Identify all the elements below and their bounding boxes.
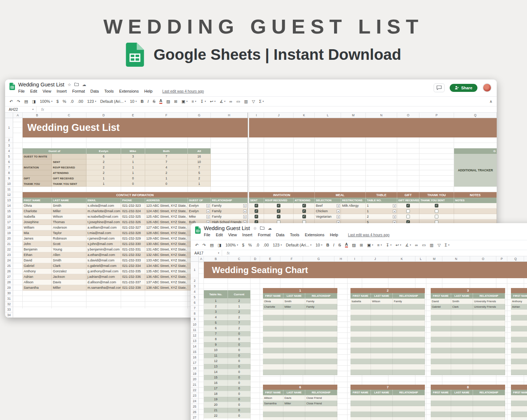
dropdown-arrow-icon[interactable]: ▾ [206, 204, 210, 207]
seat-first-name[interactable] [350, 353, 371, 359]
seat-relationship[interactable] [393, 348, 425, 353]
seat-relationship[interactable] [473, 370, 505, 375]
seat-relationship[interactable] [473, 348, 505, 353]
row-header-14[interactable]: 14 [5, 203, 13, 209]
seat-last-name[interactable]: Smith [283, 299, 305, 304]
seat-last-name[interactable] [451, 315, 473, 320]
row-header-3[interactable]: 3 [191, 284, 198, 289]
seat-relationship[interactable]: University Friends [473, 304, 505, 310]
cell-notes[interactable] [454, 214, 497, 219]
seat-relationship[interactable] [305, 331, 337, 337]
toolbar-text-rotation[interactable]: ∡▾ [405, 243, 411, 248]
cell-email[interactable]: s.david@mail.com [86, 258, 121, 263]
toolbar-font-size[interactable]: 10▾ [130, 99, 137, 104]
summary-header-mike[interactable]: Mike [121, 148, 145, 154]
cell-first-name[interactable]: Allison [23, 280, 52, 285]
seat-last-name[interactable] [371, 310, 393, 315]
column-header-G[interactable]: G [303, 256, 334, 261]
seat-first-name[interactable] [350, 417, 371, 420]
seat-last-name[interactable] [451, 406, 473, 412]
cell-current-count[interactable]: 0 [228, 397, 251, 402]
cell-table-no[interactable]: 6 [204, 326, 228, 331]
seat-first-name[interactable] [431, 337, 451, 342]
checkbox-attending[interactable]: ✓ [294, 203, 315, 209]
cell-last-name[interactable]: Miller [52, 209, 86, 214]
document-title[interactable]: Wedding Guest List [204, 225, 250, 231]
toolbar-collapse-icon[interactable]: ∧ [489, 99, 492, 104]
column-header-D[interactable]: D [86, 113, 121, 118]
column-header-J[interactable]: J [264, 113, 294, 118]
seat-first-name[interactable] [431, 348, 451, 353]
cell-table-no[interactable]: 13 [204, 364, 228, 369]
row-header-17[interactable]: 17 [191, 360, 198, 366]
seat-last-name[interactable] [371, 401, 393, 406]
cell-table-no[interactable]: 15 [204, 375, 228, 380]
cell-first-name[interactable]: Anthony [23, 269, 52, 274]
column-header-B[interactable]: B [23, 113, 52, 118]
seating-col-header-first-name[interactable]: FIRST NAME [431, 293, 451, 299]
seat-last-name[interactable]: Davis [283, 395, 305, 401]
seating-col-header-first-name[interactable]: FIRST NAME [263, 293, 283, 299]
column-header-H[interactable]: H [211, 113, 248, 118]
column-header-M[interactable]: M [341, 113, 366, 118]
cell-guest-of[interactable]: Mike▾ [188, 214, 211, 219]
row-header-9[interactable]: 9 [5, 176, 13, 181]
cell-current-count[interactable]: 0 [228, 347, 251, 353]
seating-col-header-last-name[interactable]: LAST NAME [283, 293, 305, 299]
cell-phone[interactable]: 021-232-323 [121, 203, 145, 209]
col-header-last-name[interactable]: LAST NAME [52, 198, 86, 203]
seat-first-name[interactable] [511, 353, 527, 359]
row-header-11[interactable]: 11 [191, 327, 198, 333]
seat-first-name[interactable] [350, 364, 371, 370]
toolbar-fill-color[interactable]: ▨ [166, 99, 170, 104]
row-header-7[interactable]: 7 [191, 306, 198, 311]
row-header-30[interactable]: 30 [5, 291, 13, 296]
row-header-25[interactable]: 25 [5, 263, 13, 269]
seat-relationship[interactable] [305, 370, 337, 375]
cell-phone[interactable]: 021-232-324 [121, 209, 145, 214]
column-header-I[interactable]: I [348, 256, 362, 261]
seat-relationship[interactable] [473, 342, 505, 348]
checkbox-unchecked[interactable] [406, 215, 410, 218]
seat-relationship[interactable] [305, 310, 337, 315]
dropdown-arrow-icon[interactable]: ▾ [243, 210, 247, 213]
seat-first-name[interactable] [263, 370, 283, 375]
seat-last-name[interactable]: Smith [451, 299, 473, 304]
summary-value[interactable]: 3 [121, 154, 145, 159]
seat-last-name[interactable] [283, 370, 305, 375]
seat-first-name[interactable]: Adrian [511, 304, 527, 310]
cell-current-count[interactable]: 0 [228, 337, 251, 342]
toolbar-insert-chart[interactable]: ▥ [430, 243, 433, 248]
cell-table-no[interactable]: 1▾ [366, 209, 397, 214]
group-header-meal[interactable]: MEAL [315, 192, 366, 198]
seat-first-name[interactable] [431, 342, 451, 348]
seating-col-header-last-name[interactable]: LAST NAME [451, 390, 473, 395]
summary-header-both[interactable]: Both [145, 148, 188, 154]
row-header-24[interactable]: 24 [191, 398, 198, 404]
seat-relationship[interactable] [473, 310, 505, 315]
seat-first-name[interactable] [431, 401, 451, 406]
seat-first-name[interactable] [431, 364, 451, 370]
cell-table-no[interactable]: 1 [204, 298, 228, 304]
toolbar-font-size[interactable]: 10▾ [315, 243, 322, 247]
cell-first-name[interactable]: Adrian [23, 274, 52, 280]
menu-format[interactable]: Format [258, 233, 271, 237]
toolbar-strikethrough[interactable]: S [338, 243, 341, 247]
summary-group-label[interactable]: THANK YOU [23, 181, 52, 187]
seat-relationship[interactable] [473, 406, 505, 412]
seating-col-header-relationship[interactable]: RELATIONSHIP [473, 390, 505, 395]
seat-last-name[interactable] [451, 326, 473, 331]
seat-first-name[interactable] [511, 331, 527, 337]
menu-view[interactable]: View [43, 89, 51, 93]
toolbar-borders[interactable]: ⊞ [174, 99, 177, 104]
cell-address[interactable]: 133 ABC Street, XYZ State, 1 [145, 258, 188, 263]
seat-first-name[interactable] [431, 406, 451, 412]
checkbox-checked[interactable]: ✓ [302, 204, 306, 207]
summary-value[interactable]: 10 [188, 159, 211, 165]
column-header-Q[interactable]: Q [507, 256, 524, 261]
seat-last-name[interactable] [451, 337, 473, 342]
row-header-15[interactable]: 15 [191, 349, 198, 355]
cell-last-name[interactable]: Miller [52, 285, 86, 291]
cell-last-name[interactable]: Allen [52, 252, 86, 258]
toolbar-insert-link[interactable]: ∞ [229, 99, 232, 104]
